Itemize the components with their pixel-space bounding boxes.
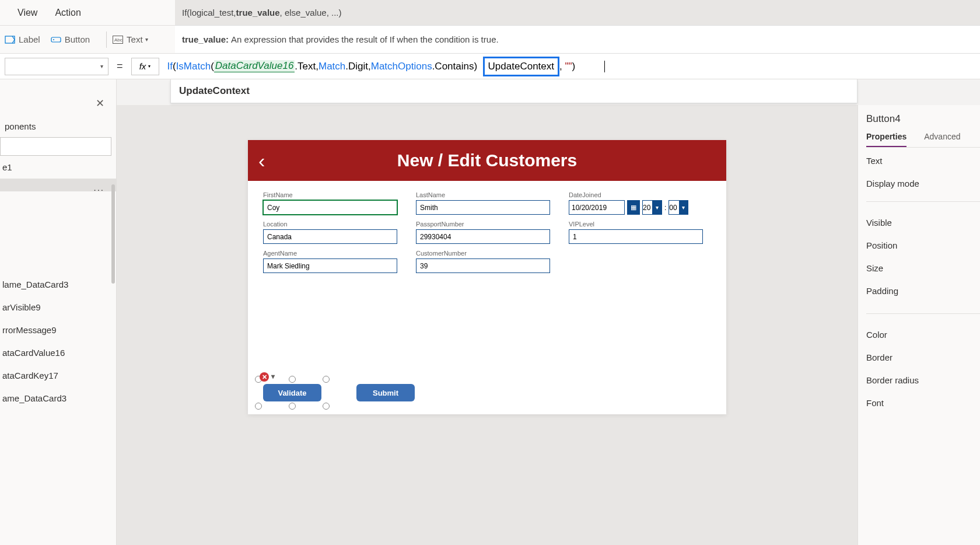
resize-handle[interactable] (323, 403, 330, 410)
equals-sign: = (117, 60, 123, 72)
chevron-down-icon: ▾ (652, 200, 662, 215)
location-input[interactable] (263, 229, 397, 244)
prop-font[interactable]: Font (866, 398, 980, 408)
formula-input[interactable]: If(IsMatch(DataCardValue16.Text, Match.D… (159, 58, 980, 75)
firstname-input[interactable] (263, 200, 397, 215)
tree-item-selected[interactable]: ··· (0, 179, 116, 191)
form-grid: FirstName LastName DateJoined 10/20/2019… (248, 181, 726, 284)
scrollbar-thumb[interactable] (111, 184, 115, 284)
vip-input[interactable] (569, 229, 703, 244)
calendar-icon[interactable]: ▦ (627, 200, 640, 215)
tree-item[interactable]: lame_DataCard3 (0, 273, 116, 296)
selected-control-name: Button4 (866, 113, 980, 125)
screen-title: New / Edit Customers (397, 151, 577, 170)
prop-size[interactable]: Size (866, 263, 980, 273)
insert-text-button[interactable]: Abc Text ▾ (113, 34, 148, 45)
field-lastname: LastName (416, 191, 550, 215)
intellisense-popup: UpdateContext (170, 79, 858, 103)
field-datejoined: DateJoined 10/20/2019 ▦ 20▾ : 00▾ (569, 191, 703, 215)
field-firstname: FirstName (263, 191, 397, 215)
more-icon[interactable]: ··· (93, 184, 104, 191)
passport-input[interactable] (416, 229, 550, 244)
intellisense-item[interactable]: UpdateContext (179, 85, 849, 97)
tree-item[interactable]: arVisible9 (0, 296, 116, 319)
formula-bar: ▾ = fx▾ If(IsMatch(DataCardValue16.Text,… (0, 54, 980, 79)
tree-section-label: ponents (5, 121, 116, 131)
menu-action[interactable]: Action (55, 8, 80, 18)
minute-select[interactable]: 00▾ (668, 200, 688, 215)
field-custnum: CustomerNumber (416, 250, 550, 273)
app-header: ‹ New / Edit Customers (248, 140, 726, 181)
field-agent: AgentName (263, 250, 397, 273)
menu-view[interactable]: View (18, 8, 37, 18)
svg-rect-1 (51, 37, 61, 42)
label-icon (5, 34, 15, 45)
property-selector[interactable]: ▾ (5, 58, 108, 75)
close-icon[interactable]: ✕ (96, 97, 104, 110)
tree-item[interactable]: rrorMessage9 (0, 319, 116, 341)
date-input[interactable]: 10/20/2019 (569, 200, 625, 215)
prop-border[interactable]: Border (866, 352, 980, 362)
parameter-description: true_value: An expression that provides … (175, 26, 980, 54)
prop-position[interactable]: Position (866, 240, 980, 250)
button-row: Validate ✕ ▾ Submit (263, 384, 415, 401)
chevron-down-icon: ▾ (148, 64, 150, 69)
text-cursor (604, 61, 605, 72)
field-location: Location (263, 221, 397, 244)
hour-select[interactable]: 20▾ (642, 200, 662, 215)
prop-text[interactable]: Text (866, 156, 980, 166)
app-screen: ‹ New / Edit Customers FirstName LastNam… (248, 140, 726, 414)
insert-label-button[interactable]: Label (5, 34, 40, 45)
field-passport: PassportNumber (416, 221, 550, 244)
agent-input[interactable] (263, 258, 397, 273)
fx-button[interactable]: fx▾ (131, 58, 159, 75)
tree-item[interactable]: e1 (0, 156, 116, 179)
submit-button[interactable]: Submit (356, 384, 415, 401)
toolbar-separator (106, 32, 107, 48)
error-badge-icon[interactable]: ✕ (260, 372, 269, 382)
resize-handle[interactable] (255, 403, 262, 410)
svg-point-2 (53, 39, 54, 40)
prop-visible[interactable]: Visible (866, 218, 980, 228)
prop-color[interactable]: Color (866, 330, 980, 340)
prop-display-mode[interactable]: Display mode (866, 179, 980, 188)
validate-button[interactable]: Validate ✕ ▾ (263, 384, 321, 401)
text-icon: Abc (113, 34, 123, 45)
custnum-input[interactable] (416, 258, 550, 273)
tree-view-panel: ✕ ponents e1 ··· lame_DataCard3 arVisibl… (0, 79, 117, 545)
selection-handles (258, 379, 326, 406)
button-icon (51, 34, 61, 45)
field-vip: VIPLevel (569, 221, 703, 244)
tree-item[interactable]: ataCardKey17 (0, 364, 116, 387)
canvas: ‹ New / Edit Customers FirstName LastNam… (117, 105, 858, 545)
tree-item[interactable]: ataCardValue16 (0, 341, 116, 364)
chevron-down-icon[interactable]: ▾ (271, 372, 275, 380)
prop-border-radius[interactable]: Border radius (866, 375, 980, 385)
tab-properties[interactable]: Properties (866, 132, 907, 147)
highlighted-token: UpdateContext (483, 57, 559, 76)
svg-text:Abc: Abc (114, 37, 123, 43)
insert-button-button[interactable]: Button (51, 34, 90, 45)
formula-signature-hint: If(logical_test, true_value, else_value,… (175, 0, 980, 26)
property-tabs: Properties Advanced (866, 132, 980, 148)
chevron-down-icon: ▾ (679, 200, 688, 215)
resize-handle[interactable] (289, 376, 296, 383)
resize-handle[interactable] (323, 376, 330, 383)
prop-padding[interactable]: Padding (866, 286, 980, 296)
chevron-down-icon: ▾ (145, 36, 148, 43)
chevron-down-icon: ▾ (100, 63, 103, 69)
tree-item[interactable]: ame_DataCard3 (0, 387, 116, 410)
lastname-input[interactable] (416, 200, 550, 215)
tab-advanced[interactable]: Advanced (924, 132, 960, 147)
back-icon[interactable]: ‹ (258, 149, 265, 172)
resize-homedle[interactable] (289, 403, 296, 410)
properties-panel: Button4 Properties Advanced Text Display… (858, 105, 980, 545)
tree-search-input[interactable] (0, 137, 111, 156)
